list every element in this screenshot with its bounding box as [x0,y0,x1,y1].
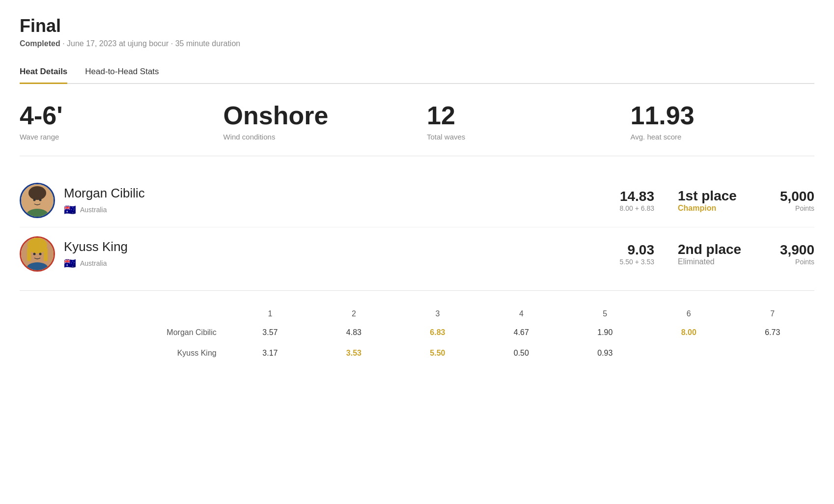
score-total-morgan: 14.83 [620,189,654,204]
svg-point-9 [33,253,36,255]
wave-athlete-name-1: Kyuss King [20,343,228,364]
status-badge: Completed [20,39,60,48]
wave-range-value: 4-6' [20,102,204,130]
wave-col-2: 2 [312,306,395,322]
points-block-kyuss: 3,900 Points [765,242,814,266]
points-value-morgan: 5,000 [765,189,814,204]
score-total-kyuss: 9.03 [620,242,654,258]
wave-athlete-name-0: Morgan Cibilic [20,322,228,343]
place-label-kyuss: 2nd place [678,242,742,257]
stat-total-waves: 12 Total waves [407,102,611,141]
flag-morgan: 🇦🇺 [64,204,76,216]
points-block-morgan: 5,000 Points [765,189,814,212]
place-block-kyuss: 2nd place Eliminated [678,242,742,266]
athlete-country-kyuss: 🇦🇺 Australia [64,257,620,269]
avatar-svg-morgan [21,184,54,217]
avatar-kyuss [20,236,55,272]
page-title: Final [20,16,814,36]
wave-col-3: 3 [396,306,479,322]
country-label-morgan: Australia [80,206,107,214]
wave-score-r1-c5 [647,343,730,364]
athlete-name-kyuss: Kyuss King [64,239,620,254]
wave-score-r1-c4: 0.93 [563,343,647,364]
wave-scores-table: 1 2 3 4 5 6 7 Morgan Cibilic3.574.836.83… [20,306,814,364]
avg-heat-score-label: Avg. heat score [631,133,815,141]
avg-heat-score-value: 11.93 [631,102,815,130]
wave-score-r0-c4: 1.90 [563,322,647,343]
svg-rect-8 [44,248,48,261]
place-status-kyuss: Eliminated [678,257,742,266]
event-duration: 35 minute duration [175,39,241,48]
flag-kyuss: 🇦🇺 [64,257,76,269]
athletes-section: Morgan Cibilic 🇦🇺 Australia 14.83 8.00 +… [20,174,814,291]
tab-heat-details[interactable]: Heat Details [20,62,67,84]
svg-point-3 [39,199,42,201]
wave-table-header-row: 1 2 3 4 5 6 7 [20,306,814,322]
athlete-country-morgan: 🇦🇺 Australia [64,204,620,216]
wave-table-row-0: Morgan Cibilic3.574.836.834.671.908.006.… [20,322,814,343]
wave-score-r1-c1: 3.53 [312,343,395,364]
score-breakdown-morgan: 8.00 + 6.83 [620,204,654,212]
wave-score-r0-c3: 4.67 [479,322,563,343]
wave-score-r1-c3: 0.50 [479,343,563,364]
page-subtitle: Completed · June 17, 2023 at ujung bocur… [20,39,814,48]
total-waves-value: 12 [427,102,611,130]
avatar-placeholder-kyuss [21,238,54,270]
athlete-scores-kyuss: 9.03 5.50 + 3.53 2nd place Eliminated 3,… [620,242,814,266]
score-main-morgan: 14.83 8.00 + 6.83 [620,189,654,212]
wave-col-7: 7 [731,306,814,322]
wave-score-r0-c2: 6.83 [396,322,479,343]
score-main-kyuss: 9.03 5.50 + 3.53 [620,242,654,266]
wave-col-5: 5 [563,306,647,322]
points-label-morgan: Points [765,204,814,212]
avatar-svg-kyuss [21,238,54,270]
athlete-name-morgan: Morgan Cibilic [64,186,620,201]
wind-conditions-label: Wind conditions [223,133,408,141]
wave-score-r0-c6: 6.73 [731,322,814,343]
wave-scores-section: 1 2 3 4 5 6 7 Morgan Cibilic3.574.836.83… [20,306,814,364]
svg-point-1 [28,186,46,200]
avatar-placeholder-morgan [21,184,54,217]
wave-range-label: Wave range [20,133,204,141]
points-value-kyuss: 3,900 [765,242,814,258]
athlete-info-kyuss: Kyuss King 🇦🇺 Australia [64,239,620,269]
wave-table-row-1: Kyuss King3.173.535.500.500.93 [20,343,814,364]
avatar-morgan [20,183,55,218]
tab-head-to-head[interactable]: Head-to-Head Stats [85,62,159,84]
event-location: ujung bocur [128,39,169,48]
stat-avg-heat-score: 11.93 Avg. heat score [611,102,815,141]
event-date: June 17, 2023 [67,39,116,48]
athlete-info-morgan: Morgan Cibilic 🇦🇺 Australia [64,186,620,216]
place-label-morgan: 1st place [678,188,742,204]
score-breakdown-kyuss: 5.50 + 3.53 [620,258,654,266]
svg-point-10 [39,253,42,255]
stat-wave-range: 4-6' Wave range [20,102,204,141]
stat-wind-conditions: Onshore Wind conditions [204,102,408,141]
svg-point-2 [33,199,36,201]
wave-col-6: 6 [647,306,730,322]
svg-rect-7 [27,248,31,261]
wave-score-r0-c0: 3.57 [228,322,312,343]
stats-row: 4-6' Wave range Onshore Wind conditions … [20,102,814,156]
tabs-bar: Heat Details Head-to-Head Stats [20,62,814,84]
wave-score-r1-c0: 3.17 [228,343,312,364]
place-status-morgan: Champion [678,204,742,213]
athlete-row-kyuss: Kyuss King 🇦🇺 Australia 9.03 5.50 + 3.53… [20,227,814,280]
wave-col-1: 1 [228,306,312,322]
points-label-kyuss: Points [765,258,814,266]
athlete-row-morgan: Morgan Cibilic 🇦🇺 Australia 14.83 8.00 +… [20,174,814,227]
wave-score-r0-c5: 8.00 [647,322,730,343]
athlete-scores-morgan: 14.83 8.00 + 6.83 1st place Champion 5,0… [620,188,814,213]
wind-conditions-value: Onshore [223,102,408,130]
wave-score-r1-c6 [731,343,814,364]
place-block-morgan: 1st place Champion [678,188,742,213]
wave-col-4: 4 [479,306,563,322]
wave-score-r0-c1: 4.83 [312,322,395,343]
wave-score-r1-c2: 5.50 [396,343,479,364]
total-waves-label: Total waves [427,133,611,141]
country-label-kyuss: Australia [80,259,107,267]
wave-col-athlete [20,306,228,322]
